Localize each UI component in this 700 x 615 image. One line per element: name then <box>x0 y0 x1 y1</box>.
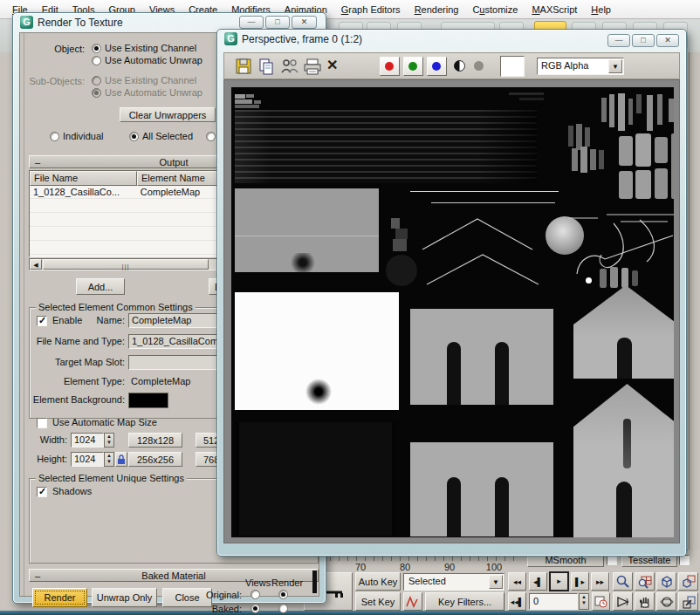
clear-x-icon: ✕ <box>326 58 338 72</box>
output-column-header[interactable]: Element Name <box>137 171 224 186</box>
object-existing-label: Use Existing Channel <box>105 43 196 53</box>
render-button[interactable]: Render <box>32 588 87 607</box>
menu-graph-editors[interactable]: Graph Editors <box>334 3 408 17</box>
width-field[interactable]: 1024 <box>71 433 104 448</box>
enable-checkbox[interactable] <box>37 316 47 326</box>
current-frame-field[interactable]: 0 <box>529 593 578 610</box>
key-filter-dropdown[interactable]: Selected ▼ <box>403 573 504 591</box>
all-prepared-radio[interactable] <box>206 132 216 141</box>
auto-key-button[interactable]: Auto Key <box>355 572 401 591</box>
pan-button[interactable] <box>635 592 655 611</box>
add-element-button[interactable]: Add... <box>76 278 125 295</box>
original-label: Original: <box>200 590 242 600</box>
views-column-label: Views <box>245 577 271 588</box>
subobject-unwrap-radio <box>92 88 101 98</box>
clear-unwrappers-button[interactable]: Clear Unwrappers <box>120 107 216 122</box>
width-label: Width: <box>32 434 67 445</box>
close-button[interactable]: ✕ <box>292 16 317 29</box>
monochrome-button[interactable] <box>474 61 484 71</box>
curve-icon <box>406 596 420 608</box>
zoom-all-button[interactable] <box>635 572 655 591</box>
maximize-viewport-button[interactable] <box>678 592 698 611</box>
scroll-left-icon[interactable]: ◀ <box>30 259 42 270</box>
minimize-button[interactable]: — <box>239 16 264 29</box>
time-configuration-button[interactable] <box>592 592 610 611</box>
channel-display-dropdown[interactable]: RGB Alpha ▼ <box>537 58 624 75</box>
dropdown-arrow-icon[interactable]: ▼ <box>608 59 622 73</box>
height-spinner[interactable]: ▲▼ <box>104 452 114 467</box>
set-key-button[interactable]: Set Key <box>355 592 401 611</box>
size-256-button[interactable]: 256x256 <box>128 452 182 467</box>
go-to-start-button[interactable]: ◂◂ <box>508 572 526 591</box>
clone-rendered-frame-button[interactable] <box>280 58 299 77</box>
green-channel-button[interactable] <box>403 57 423 76</box>
copy-image-button[interactable] <box>257 58 275 77</box>
menu-customize[interactable]: Customize <box>465 3 525 17</box>
max-logo-icon: G <box>224 32 237 45</box>
original-views-radio[interactable] <box>250 590 260 599</box>
next-frame-button[interactable]: ▌▸ <box>571 572 589 591</box>
clear-button[interactable]: ✕ <box>326 57 338 73</box>
save-image-button[interactable] <box>235 58 252 77</box>
baked-views-radio[interactable] <box>250 604 260 613</box>
maximize-button[interactable]: □ <box>632 34 655 47</box>
element-background-swatch[interactable] <box>128 393 168 408</box>
subobject-existing-label: Use Existing Channel <box>105 75 196 85</box>
output-column-header[interactable]: File Name <box>30 171 137 186</box>
command-panel-edge <box>689 52 700 615</box>
alpha-channel-button[interactable] <box>453 59 466 74</box>
previous-frame-button[interactable]: ◂▌ <box>529 572 547 591</box>
size-128-button[interactable]: 128x128 <box>128 433 182 448</box>
maximize-button[interactable]: □ <box>265 16 290 29</box>
key-mode-button[interactable]: ◂◂▌ <box>508 592 526 611</box>
minimize-button[interactable]: — <box>607 34 630 47</box>
subobject-existing-radio <box>92 76 101 85</box>
lock-aspect-button[interactable] <box>115 452 127 467</box>
red-channel-icon <box>385 62 394 71</box>
menu-rendering[interactable]: Rendering <box>408 3 466 17</box>
element-type-value: CompleteMap <box>131 376 190 386</box>
name-label: Name: <box>90 315 125 325</box>
baked-label: Baked: <box>200 604 242 614</box>
zoom-button[interactable] <box>613 572 633 591</box>
field-of-view-button[interactable] <box>613 592 633 611</box>
red-channel-button[interactable] <box>380 57 400 76</box>
auto-map-size-label: Use Automatic Map Size <box>52 417 157 427</box>
fov-icon <box>616 595 630 609</box>
green-channel-icon <box>408 62 417 71</box>
go-to-end-button[interactable]: ▸▸ <box>591 572 609 591</box>
menu-help[interactable]: Help <box>584 3 618 17</box>
height-field[interactable]: 1024 <box>71 452 104 467</box>
frame-spinner[interactable]: ▲▼ <box>579 593 589 610</box>
baked-render-radio[interactable] <box>278 604 288 613</box>
width-spinner[interactable]: ▲▼ <box>104 433 114 448</box>
subobjects-label: Sub-Objects: <box>24 76 85 86</box>
dropdown-arrow-icon[interactable]: ▼ <box>489 575 503 589</box>
subobject-unwrap-label: Use Automatic Unwrap <box>105 87 202 98</box>
blue-channel-button[interactable] <box>427 57 447 76</box>
rollout-scrollbar-thumb[interactable] <box>312 571 317 593</box>
background-color-swatch[interactable] <box>500 56 525 77</box>
auto-map-size-checkbox[interactable] <box>37 418 47 428</box>
individual-radio[interactable] <box>50 132 59 141</box>
unique-settings-title: Selected Element Unique Settings <box>36 473 187 483</box>
original-render-radio[interactable] <box>278 590 288 599</box>
shadows-checkbox[interactable] <box>37 487 47 497</box>
dialog-title: Render To Texture <box>38 17 123 29</box>
print-image-button[interactable] <box>303 58 322 77</box>
zoom-extents-all-button[interactable] <box>678 572 698 591</box>
scrollbar-thumb[interactable]: ||| <box>43 259 209 270</box>
enable-label: Enable <box>52 315 82 325</box>
arc-rotate-button[interactable] <box>656 592 676 611</box>
all-selected-radio[interactable] <box>129 132 139 141</box>
default-tangents-button[interactable] <box>403 592 422 611</box>
object-existing-radio[interactable] <box>92 44 101 53</box>
close-button[interactable]: ✕ <box>656 34 679 47</box>
render-column-label: Render <box>271 577 303 588</box>
key-filters-button[interactable]: Key Filters... <box>425 592 504 611</box>
unwrap-only-button[interactable]: Unwrap Only <box>92 588 157 607</box>
object-unwrap-radio[interactable] <box>92 56 101 65</box>
zoom-extents-button[interactable] <box>656 572 676 591</box>
play-button[interactable]: ▸ <box>549 571 569 591</box>
menu-maxscript[interactable]: MAXScript <box>525 3 584 17</box>
